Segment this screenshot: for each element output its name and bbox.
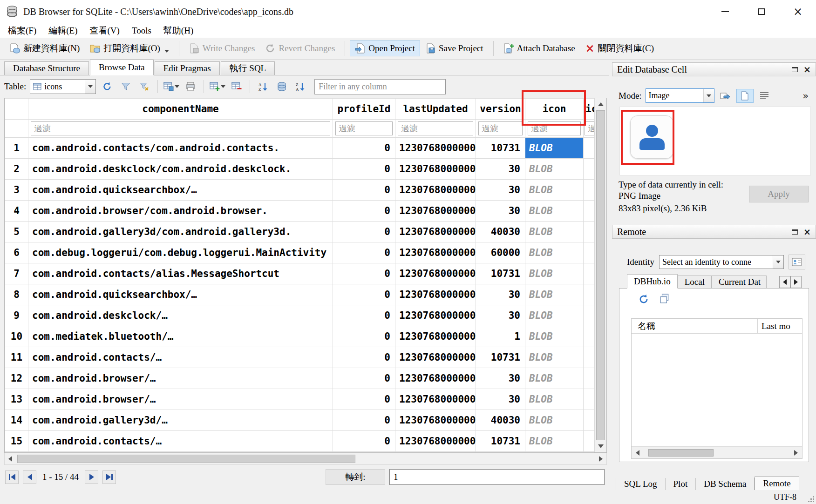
scroll-left-button[interactable] <box>632 447 644 458</box>
cell-profileId[interactable]: 0 <box>333 347 395 368</box>
dock-tab-db-schema[interactable]: DB Schema <box>696 478 755 490</box>
cell-version[interactable]: 30 <box>476 180 525 201</box>
row-number[interactable]: 6 <box>5 242 28 263</box>
row-number[interactable]: 4 <box>5 201 28 222</box>
cell-componentName[interactable]: com.android.contacts/… <box>28 347 333 368</box>
menu-tools[interactable]: Tools <box>126 24 157 37</box>
next-record-button[interactable] <box>85 470 98 484</box>
row-number[interactable]: 8 <box>5 284 28 305</box>
cell-icon[interactable]: BLOB <box>525 305 584 326</box>
table-row[interactable]: 14 com.android.gallery3d/… 0 12307680000… <box>5 410 596 431</box>
filter-input-componentName[interactable]: 過濾 <box>31 121 330 135</box>
cell-componentName[interactable]: com.android.browser/… <box>28 368 333 389</box>
cell-lastUpdated[interactable]: 1230768000000 <box>395 284 476 305</box>
filter-input-partial[interactable]: 過濾 <box>585 121 594 135</box>
cell-lastUpdated[interactable]: 1230768000000 <box>395 201 476 222</box>
resize-grip-icon[interactable] <box>808 496 814 502</box>
close-panel-button[interactable]: × <box>803 64 811 75</box>
table-row[interactable]: 6 com.debug.loggerui/com.debug.loggerui.… <box>5 242 596 263</box>
scroll-down-button[interactable] <box>595 440 606 452</box>
cell-partial[interactable] <box>584 138 596 159</box>
cell-profileId[interactable]: 0 <box>333 242 395 263</box>
row-number[interactable]: 1 <box>5 138 28 159</box>
cell-icon[interactable]: BLOB <box>525 368 584 389</box>
tab-scroll-left-button[interactable] <box>779 276 790 288</box>
cell-lastUpdated[interactable]: 1230768000000 <box>395 263 476 284</box>
toolbar-overflow-button[interactable]: » <box>802 90 809 101</box>
cell-version[interactable]: 1 <box>476 326 525 347</box>
table-row[interactable]: 10 com.mediatek.bluetooth/… 0 1230768000… <box>5 326 596 347</box>
cell-partial[interactable] <box>584 389 596 410</box>
previous-record-button[interactable] <box>23 470 36 484</box>
cell-lastUpdated[interactable]: 1230768000000 <box>395 305 476 326</box>
clear-filters-button[interactable] <box>118 79 133 94</box>
cell-profileId[interactable]: 0 <box>333 284 395 305</box>
cell-lastUpdated[interactable]: 1230768000000 <box>395 431 476 452</box>
cell-partial[interactable] <box>584 368 596 389</box>
encoding-indicator[interactable]: UTF-8 <box>774 492 796 502</box>
cell-lastUpdated[interactable]: 1230768000000 <box>395 368 476 389</box>
cell-partial[interactable] <box>584 326 596 347</box>
cell-profileId[interactable]: 0 <box>333 368 395 389</box>
cell-icon[interactable]: BLOB <box>525 347 584 368</box>
table-row[interactable]: 9 com.android.deskclock/… 0 123076800000… <box>5 305 596 326</box>
cell-componentName[interactable]: com.android.gallery3d/… <box>28 410 333 431</box>
remote-horizontal-scrollbar[interactable] <box>632 446 802 458</box>
mode-select[interactable]: Image <box>646 88 714 103</box>
tab-current-database[interactable]: Current Dat <box>712 276 767 288</box>
scroll-right-button[interactable] <box>595 453 606 464</box>
cell-componentName[interactable]: com.mediatek.bluetooth/… <box>28 326 333 347</box>
cell-icon[interactable]: BLOB <box>525 201 584 222</box>
tab-execute-sql[interactable]: 執行 SQL <box>221 61 275 75</box>
cell-profileId[interactable]: 0 <box>333 159 395 180</box>
cell-componentName[interactable]: com.android.deskclock/… <box>28 305 333 326</box>
tab-edit-pragmas[interactable]: Edit Pragmas <box>155 61 220 75</box>
cell-version[interactable]: 10731 <box>476 431 525 452</box>
open-project-button[interactable]: Open Project <box>350 40 420 56</box>
tab-browse-data[interactable]: Browse Data <box>90 60 154 75</box>
cell-lastUpdated[interactable]: 1230768000000 <box>395 242 476 263</box>
tab-dbhub[interactable]: DBHub.io <box>627 274 678 289</box>
cell-lastUpdated[interactable]: 1230768000000 <box>395 159 476 180</box>
cell-partial[interactable] <box>584 263 596 284</box>
row-number[interactable]: 13 <box>5 389 28 410</box>
delete-record-button[interactable] <box>229 79 244 94</box>
dock-tab-plot[interactable]: Plot <box>666 478 696 490</box>
cell-profileId[interactable]: 0 <box>333 263 395 284</box>
table-row[interactable]: 13 com.android.browser/… 0 1230768000000… <box>5 389 596 410</box>
scroll-up-button[interactable] <box>595 98 606 110</box>
cell-version[interactable]: 10731 <box>476 263 525 284</box>
menu-edit[interactable]: 編輯(E) <box>42 23 83 38</box>
remote-refresh-button[interactable] <box>638 294 649 307</box>
cell-componentName[interactable]: com.android.browser/com.android.browser. <box>28 201 333 222</box>
filter-input-icon[interactable]: 過濾 <box>528 121 581 135</box>
cell-version[interactable]: 30 <box>476 389 525 410</box>
scroll-left-button[interactable] <box>5 453 16 464</box>
apply-button[interactable]: Apply <box>749 186 809 202</box>
float-panel-button[interactable] <box>792 229 798 235</box>
table-row[interactable]: 4 com.android.browser/com.android.browse… <box>5 201 596 222</box>
row-number[interactable]: 9 <box>5 305 28 326</box>
cell-icon[interactable]: BLOB <box>525 263 584 284</box>
image-view-button[interactable] <box>736 89 754 103</box>
cell-componentName[interactable]: com.android.contacts/… <box>28 431 333 452</box>
cell-profileId[interactable]: 0 <box>333 305 395 326</box>
row-number[interactable]: 11 <box>5 347 28 368</box>
name-column-header[interactable]: 名稱 <box>632 320 757 332</box>
cell-version[interactable]: 40030 <box>476 410 525 431</box>
filter-input-lastUpdated[interactable]: 過濾 <box>398 121 473 135</box>
tab-local[interactable]: Local <box>678 276 712 288</box>
save-results-button[interactable] <box>163 79 179 94</box>
cell-lastUpdated[interactable]: 1230768000000 <box>395 326 476 347</box>
grid-corner-cell[interactable] <box>5 99 28 120</box>
cell-icon[interactable]: BLOB <box>525 431 584 452</box>
dock-tab-remote[interactable]: Remote <box>755 477 799 490</box>
column-header-partial[interactable]: ic <box>584 99 596 120</box>
goto-record-input[interactable] <box>389 469 605 485</box>
cell-version[interactable]: 60000 <box>476 242 525 263</box>
cell-icon[interactable]: BLOB <box>525 284 584 305</box>
cell-lastUpdated[interactable]: 1230768000000 <box>395 222 476 242</box>
cell-componentName[interactable]: com.android.contacts/alias.MessageShortc… <box>28 263 333 284</box>
row-number[interactable]: 2 <box>5 159 28 180</box>
cell-version[interactable]: 30 <box>476 305 525 326</box>
